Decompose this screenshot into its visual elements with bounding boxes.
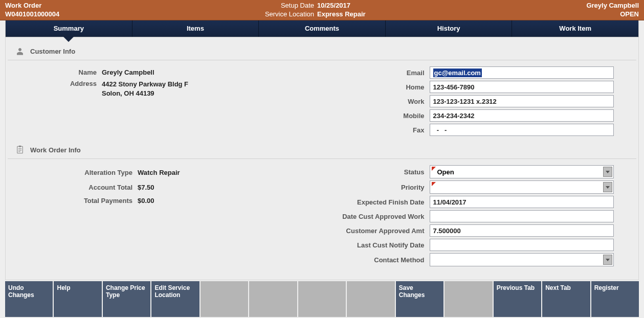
work-order-info-label: Work Order Info xyxy=(30,146,81,154)
svg-rect-0 xyxy=(17,146,23,153)
work-label: Work xyxy=(322,98,430,105)
chevron-down-icon[interactable] xyxy=(603,167,612,177)
status-select[interactable]: Open xyxy=(430,165,614,178)
expected-finish-field[interactable] xyxy=(430,196,614,208)
account-total-label: Account Total xyxy=(10,184,138,191)
home-phone-field[interactable] xyxy=(430,81,614,93)
account-total-value: $7.50 xyxy=(138,184,154,191)
tab-comments[interactable]: Comments xyxy=(258,20,385,37)
address-label: Address xyxy=(10,80,102,87)
last-cust-notify-field[interactable] xyxy=(430,239,614,251)
help-button[interactable]: Help xyxy=(54,281,101,317)
bottom-slot-10 xyxy=(445,281,492,317)
setup-date-label: Setup Date xyxy=(220,2,317,9)
customer-name: Greyly Campbell xyxy=(102,69,154,76)
setup-date-value: 10/25/2017 xyxy=(317,2,419,9)
work-phone-field[interactable] xyxy=(430,95,614,107)
change-price-type-button[interactable]: Change Price Type xyxy=(103,281,150,317)
cust-approved-amt-label: Customer Approved Amt xyxy=(322,227,430,235)
contact-method-select[interactable] xyxy=(430,253,614,266)
tab-work-item[interactable]: Work Item xyxy=(512,20,638,37)
order-number: W0401001000004 xyxy=(5,10,220,18)
cust-approved-amt-field[interactable] xyxy=(430,224,614,237)
customer-address: 4422 Stony Parkway Bldg F Solon, OH 4413… xyxy=(102,80,188,98)
bottom-slot-8 xyxy=(347,281,394,317)
status-label: Status xyxy=(322,168,430,176)
last-cust-notify-label: Last Cust Notify Date xyxy=(322,241,430,249)
alteration-type-value: Watch Repair xyxy=(138,169,180,176)
required-icon xyxy=(432,182,436,186)
priority-select[interactable] xyxy=(430,180,614,194)
bottom-slot-7 xyxy=(298,281,346,317)
content-panel: Customer Info Name Greyly Campbell Addre… xyxy=(5,37,639,280)
next-tab-button[interactable]: Next Tab xyxy=(542,281,590,317)
priority-label: Priority xyxy=(322,184,430,191)
edit-service-location-button[interactable]: Edit Service Location xyxy=(151,281,199,317)
mobile-phone-field[interactable] xyxy=(430,109,614,122)
header-title: Work Order xyxy=(5,2,220,9)
tab-summary[interactable]: Summary xyxy=(6,20,132,37)
mobile-label: Mobile xyxy=(322,112,430,120)
customer-info-label: Customer Info xyxy=(30,48,75,55)
service-location-label: Service Location xyxy=(220,10,317,18)
date-cust-approved-field[interactable] xyxy=(430,210,614,222)
name-label: Name xyxy=(10,69,102,76)
register-button[interactable]: Register xyxy=(591,281,639,317)
person-icon xyxy=(10,46,30,57)
header-status: OPEN xyxy=(620,10,639,18)
email-value: gc@email.com xyxy=(433,69,482,77)
email-field[interactable]: gc@email.com xyxy=(430,66,614,79)
total-payments-label: Total Payments xyxy=(10,197,138,205)
previous-tab-button[interactable]: Previous Tab xyxy=(494,281,541,317)
home-label: Home xyxy=(322,83,430,91)
save-changes-button[interactable]: Save Changes xyxy=(396,281,443,317)
service-location-value: Express Repair xyxy=(317,10,419,18)
alteration-type-label: Alteration Type xyxy=(10,169,138,176)
nav-tabs: Summary Items Comments History Work Item xyxy=(5,20,639,37)
status-value: Open xyxy=(437,168,454,176)
expected-finish-label: Expected Finish Date xyxy=(322,198,430,206)
header-customer-name: Greyly Campbell xyxy=(586,2,639,9)
undo-changes-button[interactable]: Undo Changes xyxy=(5,281,53,317)
fax-label: Fax xyxy=(322,126,430,134)
chevron-down-icon[interactable] xyxy=(603,182,612,192)
total-payments-value: $0.00 xyxy=(138,197,154,205)
chevron-down-icon[interactable] xyxy=(603,255,612,265)
header-bar: Work Order Setup Date 10/25/2017 Greyly … xyxy=(0,0,644,20)
work-order-info-section-header: Work Order Info xyxy=(8,140,636,159)
bottom-slot-5 xyxy=(201,281,248,317)
bottom-slot-6 xyxy=(249,281,297,317)
required-icon xyxy=(432,167,436,171)
fax-field[interactable] xyxy=(430,124,614,136)
customer-info-section-header: Customer Info xyxy=(8,37,636,60)
svg-rect-1 xyxy=(19,146,21,147)
tab-items[interactable]: Items xyxy=(132,20,259,37)
tab-history[interactable]: History xyxy=(385,20,512,37)
bottom-button-bar: Undo Changes Help Change Price Type Edit… xyxy=(0,280,644,318)
email-label: Email xyxy=(322,69,430,77)
contact-method-label: Contact Method xyxy=(322,256,430,264)
clipboard-icon xyxy=(10,144,30,155)
date-cust-approved-label: Date Cust Approved Work xyxy=(322,213,430,220)
